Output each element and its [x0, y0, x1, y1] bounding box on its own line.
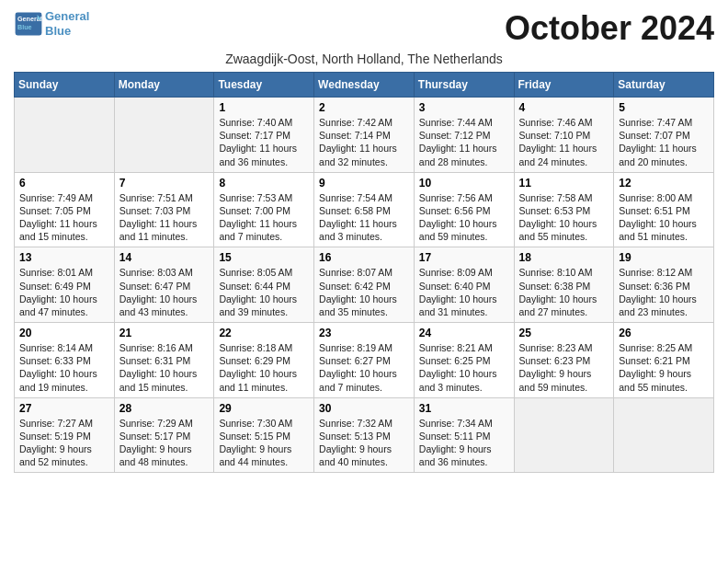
calendar-cell [514, 397, 614, 473]
cell-details: Sunrise: 7:46 AM Sunset: 7:10 PM Dayligh… [519, 116, 609, 168]
day-number: 6 [19, 177, 109, 190]
calendar-cell: 25Sunrise: 8:23 AM Sunset: 6:23 PM Dayli… [514, 323, 614, 398]
calendar-week-row: 13Sunrise: 8:01 AM Sunset: 6:49 PM Dayli… [15, 247, 714, 323]
day-header-monday: Monday [114, 73, 214, 98]
day-number: 19 [619, 251, 709, 264]
calendar-cell: 14Sunrise: 8:03 AM Sunset: 6:47 PM Dayli… [114, 247, 214, 323]
calendar-table: SundayMondayTuesdayWednesdayThursdayFrid… [14, 72, 714, 473]
cell-details: Sunrise: 7:30 AM Sunset: 5:15 PM Dayligh… [219, 417, 309, 469]
day-number: 18 [519, 251, 609, 264]
calendar-week-row: 1Sunrise: 7:40 AM Sunset: 7:17 PM Daylig… [15, 98, 714, 173]
logo-text: General Blue [45, 9, 89, 38]
calendar-cell: 7Sunrise: 7:51 AM Sunset: 7:03 PM Daylig… [114, 172, 214, 247]
calendar-cell: 30Sunrise: 7:32 AM Sunset: 5:13 PM Dayli… [314, 397, 415, 473]
calendar-week-row: 27Sunrise: 7:27 AM Sunset: 5:19 PM Dayli… [15, 397, 714, 473]
calendar-week-row: 20Sunrise: 8:14 AM Sunset: 6:33 PM Dayli… [15, 323, 714, 398]
day-number: 30 [319, 402, 409, 415]
cell-details: Sunrise: 7:34 AM Sunset: 5:11 PM Dayligh… [419, 417, 509, 469]
day-header-friday: Friday [514, 73, 614, 98]
calendar-cell: 13Sunrise: 8:01 AM Sunset: 6:49 PM Dayli… [15, 247, 115, 323]
day-header-wednesday: Wednesday [314, 73, 415, 98]
day-header-saturday: Saturday [614, 73, 714, 98]
day-header-sunday: Sunday [15, 73, 115, 98]
day-number: 31 [419, 402, 509, 415]
calendar-cell: 16Sunrise: 8:07 AM Sunset: 6:42 PM Dayli… [314, 247, 415, 323]
day-number: 21 [119, 327, 210, 339]
logo: General Blue General Blue [14, 9, 89, 38]
calendar-cell: 10Sunrise: 7:56 AM Sunset: 6:56 PM Dayli… [414, 172, 514, 247]
day-number: 16 [319, 251, 409, 264]
calendar-cell: 3Sunrise: 7:44 AM Sunset: 7:12 PM Daylig… [414, 98, 514, 173]
calendar-cell: 26Sunrise: 8:25 AM Sunset: 6:21 PM Dayli… [614, 323, 714, 398]
calendar-week-row: 6Sunrise: 7:49 AM Sunset: 7:05 PM Daylig… [15, 172, 714, 247]
calendar-cell: 8Sunrise: 7:53 AM Sunset: 7:00 PM Daylig… [214, 172, 314, 247]
cell-details: Sunrise: 8:09 AM Sunset: 6:40 PM Dayligh… [419, 266, 509, 318]
day-number: 7 [119, 177, 210, 190]
cell-details: Sunrise: 7:32 AM Sunset: 5:13 PM Dayligh… [319, 417, 409, 469]
day-number: 24 [419, 327, 509, 339]
calendar-body: 1Sunrise: 7:40 AM Sunset: 7:17 PM Daylig… [15, 98, 714, 473]
day-number: 9 [319, 177, 409, 190]
calendar-cell: 22Sunrise: 8:18 AM Sunset: 6:29 PM Dayli… [214, 323, 314, 398]
cell-details: Sunrise: 7:54 AM Sunset: 6:58 PM Dayligh… [319, 191, 409, 244]
cell-details: Sunrise: 8:23 AM Sunset: 6:23 PM Dayligh… [519, 341, 609, 394]
day-number: 2 [319, 101, 409, 114]
calendar-cell: 1Sunrise: 7:40 AM Sunset: 7:17 PM Daylig… [214, 98, 314, 173]
calendar-cell: 15Sunrise: 8:05 AM Sunset: 6:44 PM Dayli… [214, 247, 314, 323]
cell-details: Sunrise: 8:01 AM Sunset: 6:49 PM Dayligh… [19, 266, 109, 318]
cell-details: Sunrise: 8:14 AM Sunset: 6:33 PM Dayligh… [19, 341, 109, 394]
day-number: 22 [219, 327, 309, 339]
calendar-cell: 19Sunrise: 8:12 AM Sunset: 6:36 PM Dayli… [614, 247, 714, 323]
calendar-cell [15, 98, 115, 173]
day-number: 29 [219, 402, 309, 415]
cell-details: Sunrise: 7:27 AM Sunset: 5:19 PM Dayligh… [19, 417, 109, 469]
day-number: 15 [219, 251, 309, 264]
calendar-cell: 28Sunrise: 7:29 AM Sunset: 5:17 PM Dayli… [114, 397, 214, 473]
day-number: 20 [19, 327, 109, 339]
cell-details: Sunrise: 8:19 AM Sunset: 6:27 PM Dayligh… [319, 341, 409, 394]
day-header-thursday: Thursday [414, 73, 514, 98]
day-number: 28 [119, 402, 210, 415]
calendar-cell: 2Sunrise: 7:42 AM Sunset: 7:14 PM Daylig… [314, 98, 415, 173]
calendar-cell: 5Sunrise: 7:47 AM Sunset: 7:07 PM Daylig… [614, 98, 714, 173]
cell-details: Sunrise: 8:12 AM Sunset: 6:36 PM Dayligh… [619, 266, 709, 318]
cell-details: Sunrise: 7:29 AM Sunset: 5:17 PM Dayligh… [119, 417, 210, 469]
calendar-cell: 20Sunrise: 8:14 AM Sunset: 6:33 PM Dayli… [15, 323, 115, 398]
calendar-cell: 24Sunrise: 8:21 AM Sunset: 6:25 PM Dayli… [414, 323, 514, 398]
day-number: 25 [519, 327, 609, 339]
cell-details: Sunrise: 7:40 AM Sunset: 7:17 PM Dayligh… [219, 116, 309, 168]
day-header-tuesday: Tuesday [214, 73, 314, 98]
cell-details: Sunrise: 7:42 AM Sunset: 7:14 PM Dayligh… [319, 116, 409, 168]
calendar-cell: 11Sunrise: 7:58 AM Sunset: 6:53 PM Dayli… [514, 172, 614, 247]
calendar-header-row: SundayMondayTuesdayWednesdayThursdayFrid… [15, 73, 714, 98]
calendar-cell [114, 98, 214, 173]
day-number: 5 [619, 101, 709, 114]
cell-details: Sunrise: 7:53 AM Sunset: 7:00 PM Dayligh… [219, 191, 309, 244]
cell-details: Sunrise: 8:16 AM Sunset: 6:31 PM Dayligh… [119, 341, 210, 394]
logo-icon: General Blue [14, 11, 43, 37]
cell-details: Sunrise: 8:21 AM Sunset: 6:25 PM Dayligh… [419, 341, 509, 394]
day-number: 26 [619, 327, 709, 339]
day-number: 11 [519, 177, 609, 190]
cell-details: Sunrise: 8:25 AM Sunset: 6:21 PM Dayligh… [619, 341, 709, 394]
calendar-cell: 18Sunrise: 8:10 AM Sunset: 6:38 PM Dayli… [514, 247, 614, 323]
day-number: 4 [519, 101, 609, 114]
header: General Blue General Blue October 2024 [14, 9, 714, 48]
calendar-cell: 23Sunrise: 8:19 AM Sunset: 6:27 PM Dayli… [314, 323, 415, 398]
month-title: October 2024 [505, 9, 714, 48]
day-number: 8 [219, 177, 309, 190]
calendar-cell: 17Sunrise: 8:09 AM Sunset: 6:40 PM Dayli… [414, 247, 514, 323]
day-number: 3 [419, 101, 509, 114]
cell-details: Sunrise: 8:03 AM Sunset: 6:47 PM Dayligh… [119, 266, 210, 318]
cell-details: Sunrise: 8:05 AM Sunset: 6:44 PM Dayligh… [219, 266, 309, 318]
cell-details: Sunrise: 7:56 AM Sunset: 6:56 PM Dayligh… [419, 191, 509, 244]
day-number: 23 [319, 327, 409, 339]
calendar-cell [614, 397, 714, 473]
cell-details: Sunrise: 8:07 AM Sunset: 6:42 PM Dayligh… [319, 266, 409, 318]
day-number: 27 [19, 402, 109, 415]
svg-text:Blue: Blue [17, 23, 32, 31]
day-number: 1 [219, 101, 309, 114]
subtitle: Zwaagdijk-Oost, North Holland, The Nethe… [14, 52, 714, 66]
day-number: 12 [619, 177, 709, 190]
day-number: 10 [419, 177, 509, 190]
